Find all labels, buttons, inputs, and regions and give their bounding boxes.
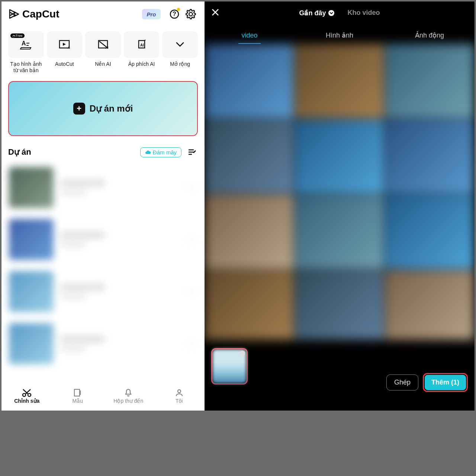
project-item[interactable]: ⋮: [4, 266, 202, 318]
settings-button[interactable]: [184, 7, 198, 21]
nav-inbox[interactable]: Hộp thư đến: [103, 382, 154, 411]
scissors-icon: [22, 388, 32, 397]
bottom-nav: Chỉnh sửa Mẫu Hộp thư đến Tôi: [1, 382, 205, 411]
new-project-button[interactable]: + Dự án mới: [8, 81, 198, 136]
svg-text:AI: AI: [105, 46, 108, 49]
templates-icon: [73, 388, 82, 397]
tab-gif[interactable]: Ảnh động: [385, 31, 475, 44]
stock-video-tab[interactable]: Kho video: [348, 9, 380, 17]
project-item[interactable]: ⋮: [4, 161, 202, 213]
close-icon: [211, 8, 219, 16]
add-button-highlight: Thêm (1): [423, 373, 468, 392]
tool-ai-poster[interactable]: AI Áp phích AI: [124, 31, 160, 74]
media-gallery[interactable]: [205, 44, 475, 340]
ai-background-icon: AI: [98, 40, 108, 49]
svg-marker-4: [63, 43, 66, 46]
bell-icon: [124, 388, 133, 397]
tool-label: Tạo hình ảnh từ văn bản: [8, 61, 44, 74]
ai-poster-icon: AI: [136, 40, 147, 49]
join-button[interactable]: Ghép: [386, 374, 418, 390]
cloud-button[interactable]: Đám mây: [140, 147, 181, 157]
free-tag: ◔Free: [10, 33, 25, 38]
tab-video[interactable]: video: [205, 32, 295, 44]
tool-label: AutoCut: [55, 61, 74, 74]
nav-me[interactable]: Tôi: [154, 382, 205, 411]
edit-list-button[interactable]: [187, 147, 198, 158]
project-item[interactable]: ⋮: [4, 213, 202, 266]
chevron-down-icon: [328, 10, 334, 16]
cloud-icon: [145, 150, 151, 154]
pro-badge[interactable]: Pro: [142, 9, 161, 19]
projects-header: Dự án Đám mây: [1, 136, 205, 161]
top-bar: CapCut Pro ?: [1, 1, 205, 27]
autocut-icon: AI: [59, 40, 70, 49]
svg-point-21: [178, 390, 181, 393]
tool-label: Mở rộng: [170, 61, 190, 74]
tool-ai-bg[interactable]: AI Nền AI: [85, 31, 121, 74]
new-project-label: Dự án mới: [90, 103, 133, 114]
svg-text:A: A: [22, 40, 26, 46]
picker-bottom-bar: Ghép Thêm (1): [205, 340, 475, 411]
tab-image[interactable]: Hình ảnh: [295, 31, 385, 44]
add-button[interactable]: Thêm (1): [425, 375, 466, 390]
picker-top-bar: Gần đây Kho video: [205, 1, 475, 25]
svg-text:AI: AI: [140, 43, 144, 47]
svg-text:AI: AI: [68, 46, 70, 49]
projects-title: Dự án: [8, 147, 31, 157]
tool-label: Áp phích AI: [128, 61, 155, 74]
capcut-logo-icon: [8, 9, 20, 19]
project-list: ⋮ ⋮ ⋮ ⋮: [1, 161, 205, 411]
nav-templates[interactable]: Mẫu: [52, 382, 103, 411]
gear-icon: [186, 9, 196, 19]
notification-dot-icon: [177, 8, 180, 11]
home-screen: CapCut Pro ? ◔Free A Tạo hình ảnh từ văn…: [1, 1, 205, 411]
person-icon: [175, 388, 184, 397]
plus-icon: +: [73, 103, 85, 115]
text-to-image-icon: A: [20, 39, 32, 50]
tool-text-to-image[interactable]: ◔Free A Tạo hình ảnh từ văn bản: [8, 31, 44, 74]
close-button[interactable]: [211, 7, 222, 19]
tool-expand[interactable]: Mở rộng: [162, 31, 198, 74]
brand-name: CapCut: [22, 8, 60, 20]
media-picker-screen: Gần đây Kho video video Hình ảnh Ảnh độn…: [205, 1, 475, 411]
svg-line-10: [145, 40, 146, 41]
tool-autocut[interactable]: AI AutoCut: [47, 31, 83, 74]
tool-row: ◔Free A Tạo hình ảnh từ văn bản AI AutoC…: [1, 27, 205, 74]
nav-edit[interactable]: Chỉnh sửa: [1, 382, 52, 411]
selected-media-thumb[interactable]: [211, 348, 248, 385]
chevron-down-icon: [176, 42, 184, 47]
svg-text:?: ?: [173, 11, 176, 17]
svg-rect-19: [74, 389, 80, 396]
edit-list-icon: [188, 149, 196, 155]
album-selector[interactable]: Gần đây: [299, 9, 334, 17]
help-button[interactable]: ?: [167, 7, 181, 21]
project-item[interactable]: ⋮: [4, 318, 202, 370]
tool-label: Nền AI: [95, 61, 111, 74]
app-logo: CapCut: [8, 8, 60, 20]
media-type-tabs: video Hình ảnh Ảnh động: [205, 25, 475, 44]
